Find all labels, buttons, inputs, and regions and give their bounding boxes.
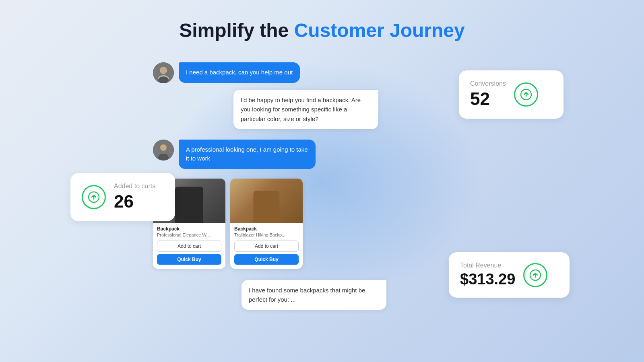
revenue-up-icon: [523, 263, 547, 287]
conversions-card: Conversions 52: [459, 70, 564, 119]
svg-point-6: [160, 144, 167, 151]
conversions-value: 52: [470, 89, 506, 109]
user-avatar-1: [153, 62, 174, 83]
product-subtitle-1: Professional Elegance W...: [157, 232, 221, 237]
revenue-label: Total Revenue: [460, 262, 515, 269]
user-message-1: I need a backpack, can you help me out: [153, 62, 386, 83]
title-highlight: Customer Journey: [294, 20, 465, 41]
svg-point-3: [160, 67, 167, 74]
product-name-1: Backpack: [157, 226, 221, 232]
user-bubble-2: A professional looking one, I am going t…: [179, 140, 316, 169]
page-title: Simplify the Customer Journey: [0, 0, 644, 41]
add-to-cart-button-2[interactable]: Add to cart: [234, 241, 299, 252]
add-to-cart-button-1[interactable]: Add to cart: [157, 241, 221, 252]
product-subtitle-2: Trailblazer Hiking Backp...: [234, 232, 299, 237]
quick-buy-button-1[interactable]: Quick Buy: [157, 254, 221, 265]
bot-bubble-1: I'd be happy to help you find a backpack…: [233, 90, 378, 129]
product-card-2: Backpack Trailblazer Hiking Backp... Add…: [230, 179, 303, 269]
user-bubble-1: I need a backpack, can you help me out: [179, 62, 300, 83]
conversions-label: Conversions: [470, 80, 506, 87]
carts-card: Added to carts 26: [70, 173, 175, 221]
product-info-2: Backpack Trailblazer Hiking Backp... Add…: [230, 223, 303, 269]
bot-message-1: I'd be happy to help you find a backpack…: [153, 90, 386, 129]
product-cards-row: Backpack Professional Elegance W... Add …: [153, 179, 386, 269]
carts-value: 26: [114, 191, 155, 212]
quick-buy-button-2[interactable]: Quick Buy: [234, 254, 299, 265]
product-info-1: Backpack Professional Elegance W... Add …: [153, 223, 225, 269]
product-name-2: Backpack: [234, 226, 299, 232]
user-message-2: A professional looking one, I am going t…: [153, 140, 386, 169]
carts-up-icon: [82, 185, 106, 209]
bot-message-2: I have found some backpacks that might b…: [153, 280, 386, 310]
title-part1: Simplify the: [179, 20, 289, 41]
user-avatar-2: [153, 140, 174, 160]
conversions-text: Conversions 52: [470, 80, 506, 109]
chat-area: I need a backpack, can you help me out I…: [153, 62, 386, 310]
bot-bubble-2: I have found some backpacks that might b…: [242, 280, 386, 310]
carts-text: Added to carts 26: [114, 183, 155, 212]
revenue-card: Total Revenue $313.29: [449, 252, 570, 298]
carts-label: Added to carts: [114, 183, 155, 190]
product-image-2: [230, 179, 303, 223]
revenue-value: $313.29: [460, 271, 515, 288]
conversions-up-icon: [514, 82, 538, 107]
revenue-text: Total Revenue $313.29: [460, 262, 515, 288]
